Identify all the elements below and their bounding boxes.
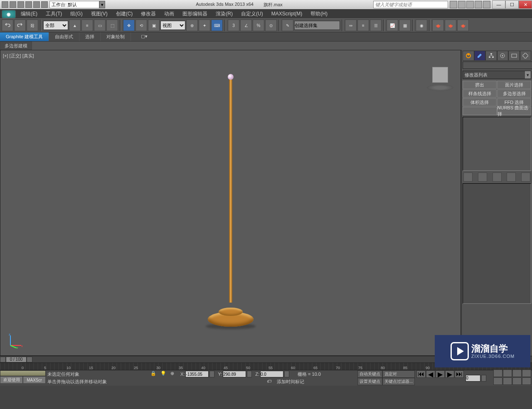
selection-filter[interactable]: 全部 — [43, 21, 68, 30]
manipulate-icon[interactable]: ✦ — [199, 20, 210, 31]
ribbon-tab-graphite[interactable]: Graphite 建模工具 — [0, 32, 49, 41]
favorite-icon[interactable] — [475, 1, 482, 8]
workspace-selector[interactable] — [49, 1, 99, 8]
close-button[interactable]: ✕ — [519, 0, 532, 9]
next-frame-icon[interactable]: ▶ — [445, 370, 454, 378]
make-unique-icon[interactable] — [493, 172, 502, 182]
menu-render[interactable]: 渲染(R) — [212, 10, 237, 17]
curve-editor-icon[interactable]: 📈 — [387, 20, 398, 31]
time-slider-next-icon[interactable] — [27, 357, 32, 362]
help-search-input[interactable] — [373, 1, 448, 8]
spinner-snap-icon[interactable]: ⊙ — [265, 20, 277, 31]
render-frame-icon[interactable]: 🫖 — [445, 20, 456, 31]
help-icon[interactable] — [483, 1, 490, 8]
use-center-icon[interactable]: ⊕ — [186, 20, 198, 31]
align-icon[interactable]: ≡ — [357, 20, 369, 31]
x-coord-input[interactable] — [185, 371, 209, 377]
prev-frame-icon[interactable]: ◀ — [426, 370, 435, 378]
named-selection-sets[interactable] — [294, 21, 340, 30]
schematic-view-icon[interactable]: ▦ — [399, 20, 411, 31]
ribbon-panel-polymodel[interactable]: 多边形建模 — [0, 42, 32, 50]
show-end-result-icon[interactable] — [478, 172, 487, 182]
mod-facesel-button[interactable]: 面片选择 — [497, 81, 531, 89]
create-tab-icon[interactable] — [463, 51, 474, 61]
mod-polysel-button[interactable]: 多边形选择 — [497, 89, 531, 98]
ref-coord-system[interactable]: 视图 — [160, 21, 185, 30]
move-icon[interactable]: ✥ — [123, 20, 135, 31]
pan-icon[interactable] — [503, 377, 512, 385]
viewcube[interactable] — [426, 62, 455, 91]
zoom-extents-all-icon[interactable] — [522, 370, 531, 377]
display-tab-icon[interactable] — [508, 51, 520, 61]
add-time-tag[interactable]: 添加时间标记 — [277, 379, 304, 385]
select-object-icon[interactable]: ▲ — [69, 20, 81, 31]
render-setup-icon[interactable]: 🫖 — [432, 20, 444, 31]
qat-undo-icon[interactable] — [25, 1, 32, 8]
layers-icon[interactable]: ☰ — [370, 20, 382, 31]
z-spinner[interactable] — [284, 371, 289, 377]
keyboard-shortcut-icon[interactable]: ⌨ — [211, 20, 223, 31]
welcome-button[interactable]: 欢迎使用 — [0, 376, 23, 384]
mirror-icon[interactable]: ⇔ — [345, 20, 357, 31]
hierarchy-tab-icon[interactable] — [485, 51, 497, 61]
undo-icon[interactable] — [2, 20, 13, 31]
maxscript-mini-listener[interactable]: MAXScr — [23, 376, 46, 384]
qat-project-icon[interactable] — [41, 1, 48, 8]
modifier-list-dropdown[interactable]: 修改器列表 ▾ — [463, 71, 531, 79]
menu-create[interactable]: 创建(C) — [112, 10, 137, 17]
y-spinner[interactable] — [247, 371, 252, 377]
select-by-name-icon[interactable]: ≡ — [81, 20, 93, 31]
angle-snap-icon[interactable]: ∠ — [240, 20, 252, 31]
menu-views[interactable]: 视图(V) — [87, 10, 112, 17]
minimize-button[interactable]: — — [492, 0, 505, 9]
time-slider-thumb[interactable]: 0 / 100 — [6, 357, 27, 362]
modify-tab-icon[interactable] — [474, 51, 486, 61]
ribbon-tab-selection[interactable]: 选择 — [79, 32, 101, 41]
rollout-area[interactable] — [463, 183, 531, 304]
material-editor-icon[interactable]: ◉ — [416, 20, 427, 31]
frame-spinner[interactable] — [481, 375, 486, 382]
qat-redo-icon[interactable] — [33, 1, 40, 8]
orbit-icon[interactable] — [512, 377, 522, 385]
window-crossing-icon[interactable]: ⬚ — [106, 20, 118, 31]
lock-selection-icon[interactable]: 🔒 — [150, 371, 157, 377]
qat-new-icon[interactable] — [2, 1, 8, 8]
viewport-label[interactable]: [+] [正交] [真实] — [3, 53, 34, 59]
selected-set-button[interactable]: 选定对 — [382, 370, 415, 378]
utilities-tab-icon[interactable] — [520, 51, 532, 61]
mod-empty-button[interactable] — [463, 107, 497, 115]
menu-customize[interactable]: 自定义(U) — [237, 10, 267, 17]
setkey-button[interactable]: 设置关键点 — [357, 378, 382, 385]
mini-curve-editor[interactable] — [0, 370, 46, 376]
configure-sets-icon[interactable] — [521, 172, 530, 182]
fov-icon[interactable] — [493, 377, 502, 385]
modifier-stack[interactable] — [463, 117, 531, 171]
app-menu-icon[interactable]: ◉ — [2, 10, 16, 18]
mod-splinesel-button[interactable]: 样条线选择 — [463, 89, 497, 98]
maximize-viewport-icon[interactable] — [522, 377, 531, 385]
menu-help[interactable]: 帮助(H) — [306, 10, 332, 17]
maximize-button[interactable]: ☐ — [505, 0, 519, 9]
rect-select-icon[interactable]: ▭ — [94, 20, 106, 31]
ribbon-expand-icon[interactable]: ▢▾ — [139, 32, 149, 41]
subscription-icon[interactable] — [458, 1, 466, 8]
exchange-icon[interactable] — [466, 1, 474, 8]
ribbon-tab-paint[interactable]: 对象绘制 — [101, 32, 131, 41]
play-icon[interactable]: ▶ — [436, 370, 445, 378]
menu-modifiers[interactable]: 修改器 — [137, 10, 160, 17]
menu-graph[interactable]: 图形编辑器 — [178, 10, 212, 17]
workspace-dropdown-icon[interactable]: ▾ — [99, 1, 105, 8]
zoom-all-icon[interactable] — [503, 370, 512, 377]
current-frame-input[interactable] — [466, 375, 480, 382]
z-coord-input[interactable] — [260, 371, 283, 377]
scale-icon[interactable]: ▣ — [148, 20, 160, 31]
menu-edit[interactable]: 编辑(E) — [17, 10, 42, 17]
time-tag-icon[interactable]: 🏷 — [267, 379, 273, 385]
dropdown-arrow-icon[interactable]: ▾ — [525, 71, 531, 79]
y-coord-input[interactable] — [223, 371, 246, 377]
time-slider-prev-icon[interactable] — [0, 357, 6, 362]
ribbon-tab-freeform[interactable]: 自由形式 — [49, 32, 79, 41]
menu-animation[interactable]: 动画 — [160, 10, 178, 17]
qat-save-icon[interactable] — [17, 1, 24, 8]
menu-maxscript[interactable]: MAXScript(M) — [267, 11, 307, 17]
